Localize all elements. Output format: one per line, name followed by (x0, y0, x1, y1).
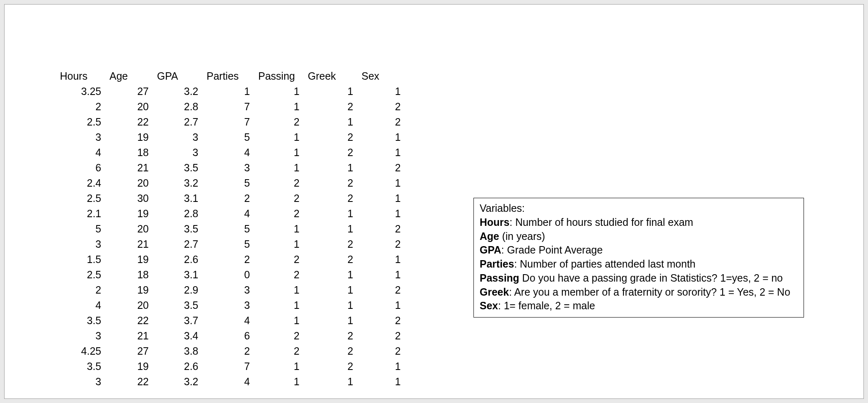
cell-greek: 1 (306, 84, 360, 99)
cell-greek: 1 (306, 221, 360, 237)
cell-sex: 1 (360, 145, 407, 160)
cell-greek: 2 (306, 328, 360, 344)
cell-passing: 1 (257, 130, 306, 145)
legend-hours-b: Hours (480, 216, 509, 228)
legend-sex-t: : 1= female, 2 = male (498, 300, 595, 311)
cell-hours: 5 (58, 221, 108, 237)
cell-age: 20 (108, 298, 155, 313)
cell-hours: 3 (58, 237, 108, 252)
cell-hours: 2 (58, 99, 108, 114)
table-row: 5203.55112 (58, 221, 407, 237)
cell-passing: 2 (257, 344, 306, 359)
cell-age: 19 (108, 282, 155, 298)
cell-age: 20 (108, 221, 155, 237)
legend-hours-t: : Number of hours studied for final exam (509, 216, 693, 228)
cell-greek: 1 (306, 313, 360, 328)
cell-passing: 1 (257, 84, 306, 99)
legend-gpa-b: GPA (480, 244, 501, 256)
cell-age: 20 (108, 99, 155, 114)
cell-sex: 2 (360, 344, 407, 359)
table-row: 3.5223.74112 (58, 313, 407, 328)
cell-parties: 5 (205, 221, 257, 237)
cell-passing: 2 (257, 175, 306, 191)
legend-passing: Passing Do you have a passing grade in S… (480, 271, 798, 285)
cell-gpa: 2.9 (155, 282, 205, 298)
table-row: 4.25273.82222 (58, 344, 407, 359)
cell-gpa: 3.4 (155, 328, 205, 344)
cell-sex: 2 (360, 114, 407, 130)
cell-hours: 1.5 (58, 252, 108, 267)
cell-parties: 4 (205, 374, 257, 389)
cell-age: 19 (108, 359, 155, 374)
legend-sex: Sex: 1= female, 2 = male (480, 299, 798, 313)
cell-hours: 3 (58, 328, 108, 344)
cell-age: 19 (108, 206, 155, 221)
cell-parties: 7 (205, 114, 257, 130)
legend-greek-b: Greek (480, 286, 509, 298)
cell-parties: 7 (205, 99, 257, 114)
cell-age: 22 (108, 374, 155, 389)
legend-parties-b: Parties (480, 258, 514, 270)
cell-gpa: 2.8 (155, 206, 205, 221)
legend-sex-b: Sex (480, 300, 498, 311)
table-row: 3223.24111 (58, 374, 407, 389)
cell-parties: 5 (205, 130, 257, 145)
cell-age: 19 (108, 130, 155, 145)
legend-hours: Hours: Number of hours studied for final… (480, 216, 798, 230)
cell-hours: 4 (58, 298, 108, 313)
table-row: 3212.75122 (58, 237, 407, 252)
cell-parties: 5 (205, 237, 257, 252)
cell-passing: 1 (257, 359, 306, 374)
content: Hours Age GPA Parties Passing Greek Sex … (5, 5, 863, 398)
cell-sex: 2 (360, 221, 407, 237)
cell-passing: 2 (257, 252, 306, 267)
table-row: 2.5303.12221 (58, 191, 407, 206)
legend-gpa-t: : Grade Point Average (501, 244, 603, 256)
cell-passing: 1 (257, 237, 306, 252)
cell-gpa: 3.5 (155, 298, 205, 313)
legend-age: Age (in years) (480, 230, 798, 244)
cell-age: 22 (108, 114, 155, 130)
data-table: Hours Age GPA Parties Passing Greek Sex … (58, 69, 407, 389)
cell-hours: 2.5 (58, 114, 108, 130)
cell-passing: 1 (257, 160, 306, 175)
page: Hours Age GPA Parties Passing Greek Sex … (4, 4, 864, 399)
table-row: 4203.53111 (58, 298, 407, 313)
table-row: 41834121 (58, 145, 407, 160)
cell-greek: 1 (306, 267, 360, 282)
cell-hours: 2.5 (58, 191, 108, 206)
cell-greek: 2 (306, 175, 360, 191)
table-row: 2192.93112 (58, 282, 407, 298)
cell-hours: 2 (58, 282, 108, 298)
cell-hours: 4.25 (58, 344, 108, 359)
cell-greek: 2 (306, 191, 360, 206)
cell-greek: 2 (306, 359, 360, 374)
cell-parties: 4 (205, 145, 257, 160)
cell-hours: 3 (58, 374, 108, 389)
cell-passing: 1 (257, 374, 306, 389)
table-row: 1.5192.62221 (58, 252, 407, 267)
legend-parties-t: : Number of parties attended last month (514, 258, 695, 270)
header-greek: Greek (306, 69, 360, 84)
header-gpa: GPA (155, 69, 205, 84)
cell-greek: 1 (306, 374, 360, 389)
cell-parties: 4 (205, 313, 257, 328)
cell-age: 21 (108, 237, 155, 252)
cell-age: 20 (108, 175, 155, 191)
legend-parties: Parties: Number of parties attended last… (480, 257, 798, 271)
cell-age: 30 (108, 191, 155, 206)
cell-gpa: 3 (155, 145, 205, 160)
table-row: 2.5183.10211 (58, 267, 407, 282)
cell-hours: 2.5 (58, 267, 108, 282)
cell-hours: 4 (58, 145, 108, 160)
cell-age: 18 (108, 145, 155, 160)
cell-gpa: 3.2 (155, 175, 205, 191)
cell-sex: 1 (360, 206, 407, 221)
cell-passing: 1 (257, 313, 306, 328)
cell-passing: 1 (257, 282, 306, 298)
header-hours: Hours (58, 69, 108, 84)
cell-sex: 1 (360, 298, 407, 313)
cell-parties: 3 (205, 298, 257, 313)
cell-passing: 2 (257, 114, 306, 130)
cell-gpa: 2.7 (155, 237, 205, 252)
